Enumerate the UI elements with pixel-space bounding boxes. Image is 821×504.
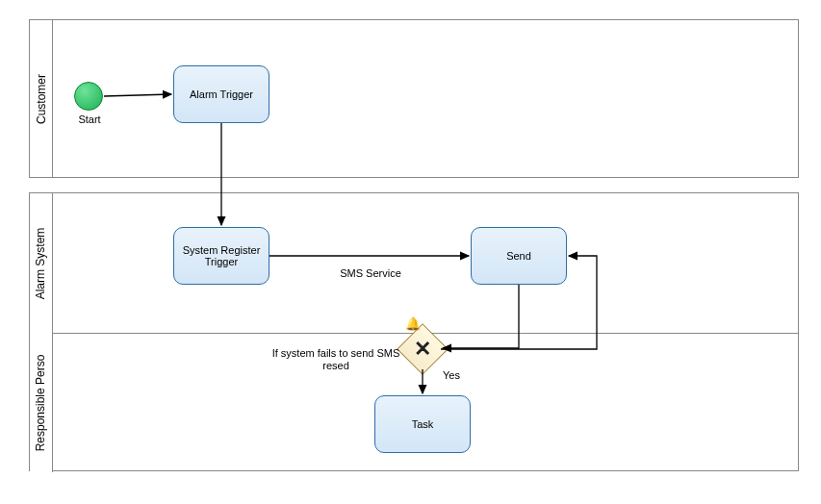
lane-label-text: Responsible Perso [35,354,48,451]
edge-label-fail-resend: If system fails to send SMS resed [258,347,414,372]
task-task[interactable]: Task [374,395,471,453]
task-send[interactable]: Send [471,227,567,285]
pool-customer: Customer [29,19,799,178]
task-alarm-trigger[interactable]: Alarm Trigger [173,65,269,123]
task-label: Task [412,418,434,430]
lane-label-text: Alarm System [35,227,48,299]
edge-label-sms-service: SMS Service [322,267,419,280]
lane-label-text: Customer [35,73,48,123]
task-system-register-trigger[interactable]: System Register Trigger [173,227,269,285]
lane-label-alarm: Alarm System [30,193,53,333]
lane-label-customer: Customer [30,20,53,177]
start-event-label: Start [77,113,102,125]
task-label: Send [506,250,531,262]
bell-icon: 🔔 [405,316,421,331]
task-label: System Register Trigger [178,244,265,267]
edge-label-yes: Yes [443,369,472,382]
lane-label-responsible: Responsible Perso [30,333,53,472]
task-label: Alarm Trigger [190,88,253,100]
diagram-canvas: Customer Alarm System Responsible Perso … [0,0,821,504]
start-event[interactable] [74,82,103,111]
